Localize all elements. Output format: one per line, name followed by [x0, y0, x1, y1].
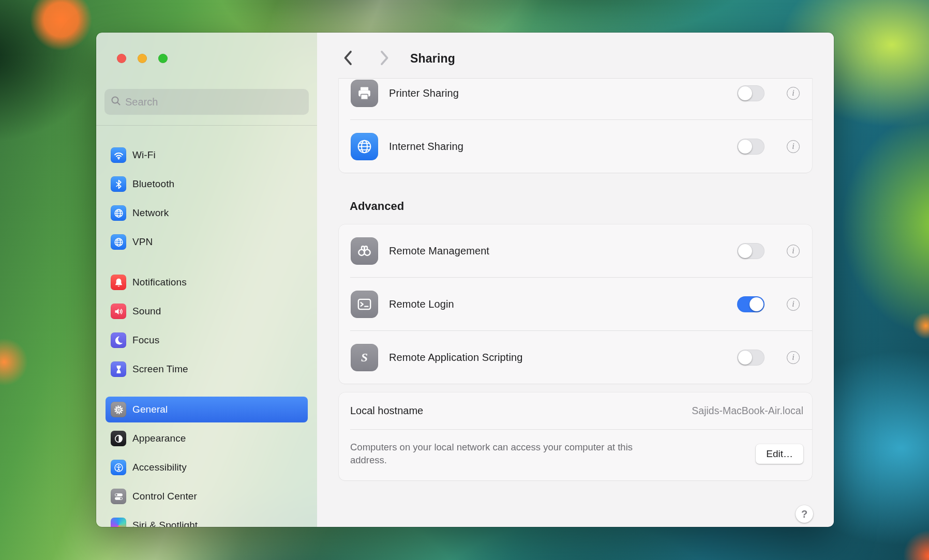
search-field[interactable]: [104, 89, 309, 115]
page-title: Sharing: [410, 52, 455, 66]
sidebar-item-label: VPN: [132, 236, 153, 248]
local-hostname-label: Local hostname: [350, 405, 423, 417]
globe-icon: [111, 234, 126, 250]
sidebar-item-wifi[interactable]: Wi-Fi: [106, 142, 308, 168]
close-button[interactable]: [117, 54, 126, 63]
row-label: Remote Application Scripting: [389, 352, 523, 364]
chevron-right-icon: [380, 50, 389, 67]
advanced-card: Remote Management i Remote Login i: [339, 224, 812, 384]
info-button[interactable]: i: [787, 298, 800, 311]
sidebar-item-label: Control Center: [132, 491, 197, 502]
sidebar-item-focus[interactable]: Focus: [106, 327, 308, 353]
sidebar-item-label: Network: [132, 207, 169, 219]
sidebar-item-label: Screen Time: [132, 364, 188, 375]
sidebar: Wi-Fi Bluetooth Network: [96, 33, 317, 527]
sidebar-item-label: Sound: [132, 306, 161, 317]
sidebar-item-accessibility[interactable]: Accessibility: [106, 455, 308, 480]
row-label: Remote Management: [389, 245, 489, 257]
forward-button[interactable]: [376, 47, 394, 70]
bell-icon: [111, 275, 126, 290]
sidebar-item-label: Focus: [132, 335, 159, 346]
sidebar-item-label: Wi-Fi: [132, 149, 156, 161]
printer-icon: [351, 80, 378, 107]
main-pane: Sharing Printer Sharing i: [317, 33, 834, 527]
search-icon: [111, 96, 121, 108]
moon-icon: [111, 332, 126, 348]
sidebar-item-control-center[interactable]: Control Center: [106, 483, 308, 509]
globe-icon: [111, 205, 126, 221]
help-button[interactable]: ?: [796, 505, 813, 523]
gear-icon: [111, 402, 126, 417]
sidebar-item-label: Appearance: [132, 433, 186, 444]
info-icon: i: [792, 89, 794, 97]
sidebar-item-label: Notifications: [132, 277, 187, 288]
internet-sharing-row: Internet Sharing i: [339, 120, 812, 173]
advanced-heading: Advanced: [350, 200, 812, 213]
minimize-button[interactable]: [138, 54, 147, 63]
traffic-lights: [96, 54, 317, 63]
info-button[interactable]: i: [787, 245, 800, 258]
sidebar-item-label: General: [132, 404, 168, 415]
row-label: Internet Sharing: [389, 141, 463, 153]
sidebar-item-sound[interactable]: Sound: [106, 298, 308, 324]
sidebar-item-vpn[interactable]: VPN: [106, 229, 308, 255]
svg-text:S: S: [361, 351, 368, 364]
terminal-icon: [351, 291, 378, 318]
sidebar-item-screen-time[interactable]: Screen Time: [106, 356, 308, 382]
remote-application-scripting-row: S Remote Application Scripting i: [339, 331, 812, 384]
edit-button[interactable]: Edit…: [756, 444, 803, 464]
internet-sharing-toggle[interactable]: [737, 139, 765, 155]
sidebar-item-general[interactable]: General: [106, 397, 308, 422]
back-button[interactable]: [339, 47, 356, 70]
sidebar-item-notifications[interactable]: Notifications: [106, 269, 308, 295]
hourglass-icon: [111, 361, 126, 377]
accessibility-icon: [111, 460, 126, 475]
sharing-services-card: Printer Sharing i Internet Sharing i: [339, 78, 812, 173]
row-label: Printer Sharing: [389, 87, 459, 99]
chevron-left-icon: [343, 50, 352, 67]
sidebar-item-appearance[interactable]: Appearance: [106, 426, 308, 451]
sidebar-item-label: Bluetooth: [132, 178, 174, 190]
toolbar: Sharing: [317, 33, 834, 78]
remote-login-row: Remote Login i: [339, 278, 812, 330]
printer-sharing-row: Printer Sharing i: [339, 78, 812, 119]
speaker-icon: [111, 304, 126, 319]
printer-sharing-toggle[interactable]: [737, 85, 765, 101]
settings-window: Wi-Fi Bluetooth Network: [96, 33, 834, 527]
sidebar-nav: Wi-Fi Bluetooth Network: [96, 142, 317, 527]
siri-icon: [111, 518, 126, 527]
sidebar-item-bluetooth[interactable]: Bluetooth: [106, 171, 308, 197]
search-input[interactable]: [125, 96, 303, 108]
toggles-icon: [111, 489, 126, 504]
binoculars-icon: [351, 237, 378, 265]
hostname-description: Computers on your local network can acce…: [350, 441, 648, 467]
row-label: Remote Login: [389, 298, 454, 310]
sidebar-item-label: Accessibility: [132, 462, 187, 473]
wifi-icon: [111, 147, 126, 163]
info-icon: i: [792, 142, 794, 150]
sidebar-item-label: Siri & Spotlight: [132, 520, 198, 527]
globe-icon: [351, 133, 378, 160]
remote-login-toggle[interactable]: [737, 296, 765, 312]
info-icon: i: [792, 300, 794, 308]
zoom-button[interactable]: [158, 54, 168, 63]
sidebar-item-siri-spotlight[interactable]: Siri & Spotlight: [106, 512, 308, 527]
info-button[interactable]: i: [787, 140, 800, 153]
remote-management-toggle[interactable]: [737, 243, 765, 259]
appearance-icon: [111, 431, 126, 446]
local-hostname-row: Local hostname Sajids-MacBook-Air.local: [339, 392, 812, 429]
info-icon: i: [792, 353, 794, 361]
content-scroll-area[interactable]: Printer Sharing i Internet Sharing i: [317, 78, 834, 527]
bluetooth-icon: [111, 176, 126, 192]
info-icon: i: [792, 247, 794, 255]
local-hostname-value: Sajids-MacBook-Air.local: [692, 405, 803, 417]
script-icon: S: [351, 344, 378, 371]
sidebar-separator: [96, 125, 317, 126]
info-button[interactable]: i: [787, 87, 800, 100]
remote-management-row: Remote Management i: [339, 224, 812, 277]
sidebar-item-network[interactable]: Network: [106, 200, 308, 226]
content-clip-line: [339, 78, 812, 79]
remote-application-scripting-toggle[interactable]: [737, 350, 765, 366]
hostname-description-row: Computers on your local network can acce…: [339, 430, 812, 480]
info-button[interactable]: i: [787, 351, 800, 364]
